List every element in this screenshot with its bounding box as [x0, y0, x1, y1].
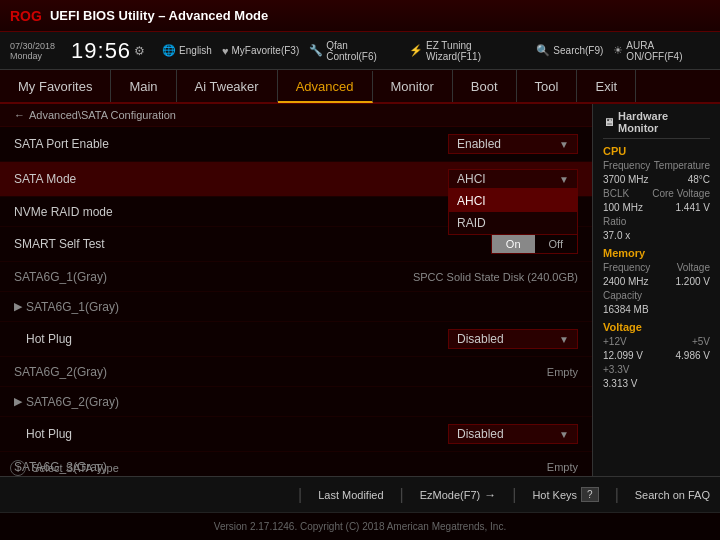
search-label: Search(F9): [553, 45, 603, 56]
expand-arrow-icon: ▶: [14, 300, 22, 313]
sata-port-enable-row: SATA Port Enable Enabled ▼: [0, 127, 592, 162]
hot-plug-1-row: Hot Plug Disabled ▼: [0, 322, 592, 357]
ezmode-label: EzMode(F7): [420, 489, 481, 501]
sata6g1-desc-row: SATA6G_1(Gray) SPCC Solid State Disk (24…: [0, 262, 592, 292]
chevron-down-icon: ▼: [559, 139, 569, 150]
volt-12v-5v-values: 12.099 V 4.986 V: [603, 350, 710, 361]
favorites-icon: ♥: [222, 45, 229, 57]
hot-plug-1-dropdown[interactable]: Disabled ▼: [448, 329, 578, 349]
title-bar: ROG UEFI BIOS Utility – Advanced Mode: [0, 0, 720, 32]
search-button[interactable]: 🔍 Search(F9): [536, 44, 603, 57]
search-faq-item[interactable]: Search on FAQ: [635, 489, 710, 501]
qfan-control-button[interactable]: 🔧 Qfan Control(F6): [309, 40, 399, 62]
bottom-info-text: Select SATA Type: [32, 462, 119, 474]
cpu-freq-temp-values: 3700 MHz 48°C: [603, 174, 710, 185]
hot-plug-2-label: Hot Plug: [26, 427, 448, 441]
settings-list: SATA Port Enable Enabled ▼ SATA Mode AHC…: [0, 127, 592, 476]
sata-mode-dropdown[interactable]: AHCI ▼: [448, 169, 578, 189]
volt-33v-header: +3.3V: [603, 364, 710, 375]
cpu-ratio-value-row: 37.0 x: [603, 230, 710, 241]
bottom-info-bar: i Select SATA Type: [10, 460, 119, 476]
search-faq-label: Search on FAQ: [635, 489, 710, 501]
language-selector[interactable]: 🌐 English: [162, 44, 212, 57]
tab-boot[interactable]: Boot: [453, 70, 517, 102]
sata6g1-expand-label: SATA6G_1(Gray): [26, 300, 578, 314]
hot-plug-2-row: Hot Plug Disabled ▼: [0, 417, 592, 452]
title-text: UEFI BIOS Utility – Advanced Mode: [50, 8, 268, 23]
breadcrumb: ← Advanced\SATA Configuration: [0, 104, 592, 127]
tab-monitor[interactable]: Monitor: [373, 70, 453, 102]
hardware-monitor-panel: 🖥 Hardware Monitor CPU Frequency Tempera…: [592, 104, 720, 476]
cpu-corevolt-value: 1.441 V: [676, 202, 710, 213]
hot-plug-1-label: Hot Plug: [26, 332, 448, 346]
volt-5v-value: 4.986 V: [676, 350, 710, 361]
separator: |: [512, 486, 516, 504]
sata6g2-expand-label: SATA6G_2(Gray): [26, 395, 578, 409]
sata6g1-desc-value: SPCC Solid State Disk (240.0GB): [413, 271, 578, 283]
arrow-right-icon: →: [484, 488, 496, 502]
sata6g1-expand-row[interactable]: ▶ SATA6G_1(Gray): [0, 292, 592, 322]
date-display: 07/30/2018: [10, 41, 55, 51]
sata-mode-option-raid[interactable]: RAID: [449, 212, 577, 234]
hot-plug-2-dropdown[interactable]: Disabled ▼: [448, 424, 578, 444]
hot-keys-item[interactable]: Hot Keys ?: [532, 487, 598, 502]
sata6g2-desc-label: SATA6G_2(Gray): [14, 365, 547, 379]
hot-plug-2-value: Disabled: [457, 427, 504, 441]
time-display: 19:56 ⚙: [71, 38, 146, 64]
search-icon: 🔍: [536, 44, 550, 57]
cpu-bclk-value: 100 MHz: [603, 202, 643, 213]
tab-ai-tweaker[interactable]: Ai Tweaker: [177, 70, 278, 102]
tab-tool[interactable]: Tool: [517, 70, 578, 102]
last-modified-item: Last Modified: [318, 489, 383, 501]
cpu-freq-temp-header: Frequency Temperature: [603, 160, 710, 171]
ez-tuning-button[interactable]: ⚡ EZ Tuning Wizard(F11): [409, 40, 526, 62]
language-icon: 🌐: [162, 44, 176, 57]
version-bar: Version 2.17.1246. Copyright (C) 2018 Am…: [0, 512, 720, 540]
tab-advanced[interactable]: Advanced: [278, 71, 373, 103]
chevron-down-icon: ▼: [559, 429, 569, 440]
aura-label: AURA ON/OFF(F4): [626, 40, 710, 62]
qfan-label: Qfan Control(F6): [326, 40, 399, 62]
cpu-ratio-label: Ratio: [603, 216, 626, 227]
toggle-off-button[interactable]: Off: [535, 235, 577, 253]
tab-main[interactable]: Main: [111, 70, 176, 102]
cpu-corevolt-label: Core Voltage: [652, 188, 710, 199]
sata-mode-option-ahci[interactable]: AHCI: [449, 190, 577, 212]
breadcrumb-arrow[interactable]: ←: [14, 109, 25, 121]
volt-12v-5v-header: +12V +5V: [603, 336, 710, 347]
cpu-bclk-voltage-values: 100 MHz 1.441 V: [603, 202, 710, 213]
hot-plug-1-value: Disabled: [457, 332, 504, 346]
cpu-bclk-voltage-header: BCLK Core Voltage: [603, 188, 710, 199]
hot-keys-label: Hot Keys: [532, 489, 577, 501]
my-favorites-button[interactable]: ♥ MyFavorite(F3): [222, 45, 299, 57]
smart-self-test-toggle[interactable]: On Off: [491, 234, 578, 254]
day-display: Monday: [10, 51, 55, 61]
my-favorites-label: MyFavorite(F3): [231, 45, 299, 56]
mem-volt-label: Voltage: [677, 262, 710, 273]
aura-button[interactable]: ☀ AURA ON/OFF(F4): [613, 40, 710, 62]
chevron-down-icon: ▼: [559, 174, 569, 185]
info-icon: i: [10, 460, 26, 476]
sata-port-enable-dropdown[interactable]: Enabled ▼: [448, 134, 578, 154]
voltage-section-title: Voltage: [603, 321, 710, 333]
mem-freq-volt-values: 2400 MHz 1.200 V: [603, 276, 710, 287]
cpu-section-title: CPU: [603, 145, 710, 157]
toggle-on-button[interactable]: On: [492, 235, 535, 253]
language-label: English: [179, 45, 212, 56]
sata6g3-desc-value: Empty: [547, 461, 578, 473]
main-area: ← Advanced\SATA Configuration SATA Port …: [0, 104, 720, 476]
tab-exit[interactable]: Exit: [577, 70, 636, 102]
sata-mode-value: AHCI: [457, 172, 486, 186]
mem-capacity-value-row: 16384 MB: [603, 304, 710, 315]
cpu-ratio-value: 37.0 x: [603, 230, 630, 241]
hw-monitor-label: Hardware Monitor: [618, 110, 710, 134]
volt-12v-value: 12.099 V: [603, 350, 643, 361]
last-modified-label: Last Modified: [318, 489, 383, 501]
sata-port-enable-value: Enabled: [457, 137, 501, 151]
mem-freq-value: 2400 MHz: [603, 276, 649, 287]
ezmode-button[interactable]: EzMode(F7) →: [420, 488, 497, 502]
tab-my-favorites[interactable]: My Favorites: [0, 70, 111, 102]
cpu-temp-label: Temperature: [654, 160, 710, 171]
sata6g2-expand-row[interactable]: ▶ SATA6G_2(Gray): [0, 387, 592, 417]
sata-mode-row: SATA Mode AHCI ▼ AHCI RAID: [0, 162, 592, 197]
